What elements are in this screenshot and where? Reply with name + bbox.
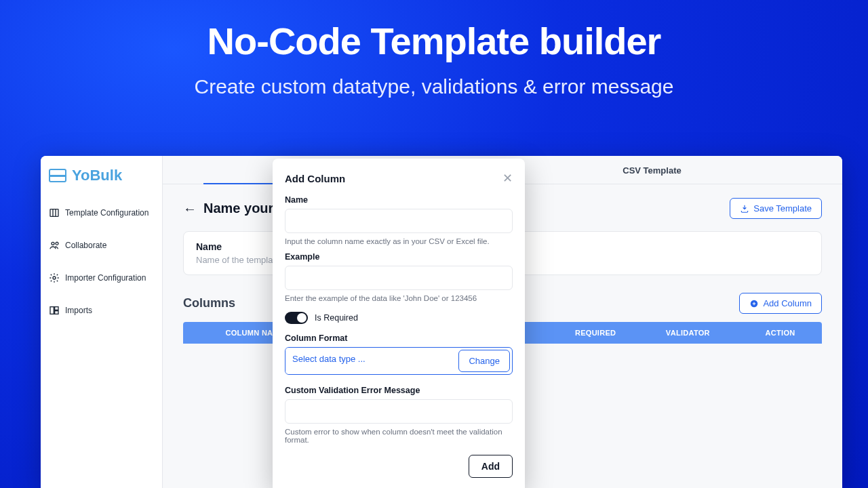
format-selector: Select data type ... Change	[285, 347, 513, 375]
hero-title: No-Code Template builder	[27, 19, 841, 63]
modal-add-button[interactable]: Add	[469, 455, 513, 478]
sidebar-item-template-config[interactable]: Template Configuration	[41, 197, 162, 229]
th-required: REQUIRED	[554, 322, 637, 344]
modal-example-help: Enter the example of the data like 'John…	[285, 294, 513, 302]
add-column-modal: Add Column ✕ Name Input the column name …	[273, 159, 525, 488]
format-change-button[interactable]: Change	[458, 350, 510, 372]
modal-title: Add Column	[285, 173, 345, 184]
modal-name-help: Input the column name exactly as in your…	[285, 237, 513, 245]
save-template-label: Save Template	[753, 203, 812, 214]
brand[interactable]: YoBulk	[41, 161, 162, 197]
modal-name-input[interactable]	[285, 209, 513, 233]
users-icon	[49, 240, 60, 251]
back-arrow-icon[interactable]: ←	[183, 202, 197, 216]
brand-logo-icon	[49, 169, 66, 182]
format-select-input[interactable]: Select data type ...	[285, 348, 456, 374]
svg-point-1	[52, 242, 54, 245]
sidebar-item-collaborate[interactable]: Collaborate	[41, 229, 162, 262]
sidebar-item-imports[interactable]: Imports	[41, 294, 162, 327]
columns-icon	[49, 207, 60, 218]
tab-csv-template[interactable]: CSV Template	[502, 156, 802, 184]
add-column-label: Add Column	[763, 298, 812, 308]
is-required-label: Is Required	[315, 313, 358, 323]
svg-rect-3	[50, 307, 54, 314]
modal-error-input[interactable]	[285, 399, 513, 424]
modal-example-label: Example	[285, 252, 513, 262]
svg-rect-5	[55, 311, 58, 314]
modal-example-input[interactable]	[285, 266, 513, 290]
sidebar: YoBulk Template Configuration Collaborat…	[41, 156, 163, 488]
plus-circle-icon	[749, 299, 759, 308]
is-required-toggle[interactable]	[285, 312, 308, 324]
modal-error-label: Custom Validation Error Message	[285, 386, 513, 395]
svg-rect-4	[55, 307, 58, 310]
th-validator: VALIDATOR	[637, 322, 739, 344]
layout-icon	[49, 305, 60, 316]
add-column-button[interactable]: Add Column	[739, 293, 822, 314]
sidebar-item-label: Imports	[65, 306, 92, 315]
modal-format-label: Column Format	[285, 333, 513, 343]
hero-banner: No-Code Template builder Create custom d…	[0, 0, 868, 110]
gear-icon	[49, 272, 60, 283]
sidebar-item-importer-config[interactable]: Importer Configuration	[41, 262, 162, 294]
save-template-button[interactable]: Save Template	[730, 198, 822, 219]
sidebar-item-label: Importer Configuration	[65, 273, 146, 283]
svg-rect-0	[50, 209, 58, 217]
th-action: ACTION	[738, 322, 822, 344]
sidebar-item-label: Template Configuration	[65, 208, 149, 218]
sidebar-item-label: Collaborate	[65, 241, 106, 250]
svg-point-2	[53, 277, 56, 279]
hero-subtitle: Create custom datatype, validations & er…	[27, 75, 841, 98]
modal-name-label: Name	[285, 195, 513, 205]
brand-name: YoBulk	[72, 167, 122, 184]
download-icon	[740, 204, 749, 214]
close-icon[interactable]: ✕	[502, 171, 513, 186]
columns-heading: Columns	[183, 296, 235, 310]
modal-error-help: Custom error to show when column doesn't…	[285, 428, 513, 444]
